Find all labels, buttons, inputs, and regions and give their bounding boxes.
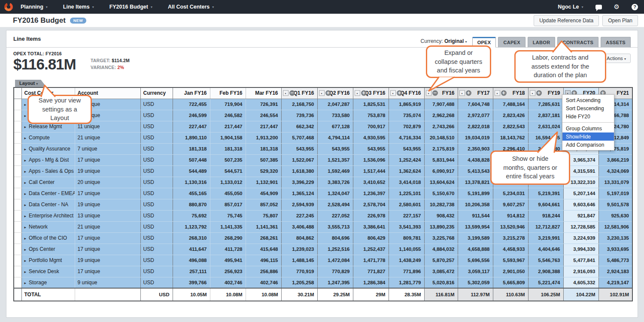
value-cell-fy16[interactable]: 5,150,670: [424, 188, 458, 199]
value-cell-fy16[interactable]: 10,282,738: [424, 199, 458, 210]
expand-icon[interactable]: +: [361, 90, 367, 96]
menu-item-hide-fy20[interactable]: Hide FY20: [562, 112, 614, 120]
value-cell-feb-fy16[interactable]: 181,318: [210, 143, 246, 154]
value-cell-jan-fy16[interactable]: 455,165: [173, 188, 210, 199]
value-cell-feb-fy16[interactable]: 507,235: [210, 154, 246, 166]
value-cell-fy19[interactable]: 5,219,391: [528, 188, 563, 199]
cost-center-cell[interactable]: ▸Storage: [21, 277, 75, 288]
row-expand-icon[interactable]: ▸: [24, 225, 27, 229]
nav-item-planning[interactable]: Planning▾: [21, 4, 48, 10]
account-cell[interactable]: 13 unique: [75, 210, 140, 221]
value-cell-fy16[interactable]: 5,831,944: [424, 154, 458, 166]
value-cell-q3-fy16[interactable]: 226,978: [353, 210, 389, 221]
row-expand-icon[interactable]: ▸: [24, 247, 27, 252]
column-dropdown-icon[interactable]: ▾: [319, 90, 325, 96]
currency-selector[interactable]: Currency: Original ▾: [421, 38, 467, 44]
value-cell-jan-fy16[interactable]: 181,318: [173, 143, 210, 154]
currency-cell[interactable]: USD: [140, 232, 173, 244]
column-header-mar-fy16[interactable]: Mar FY16: [246, 87, 281, 99]
cost-center-cell[interactable]: ▸Portfolio Mgmt: [21, 255, 75, 266]
row-handle[interactable]: [14, 188, 21, 199]
row-expand-icon[interactable]: ▸: [24, 203, 27, 207]
value-cell-fy18[interactable]: 2,822,543: [493, 121, 528, 132]
value-cell-q3-fy16[interactable]: 1,517,444: [353, 166, 389, 177]
value-cell-fy18[interactable]: 13,520,946: [493, 221, 528, 232]
value-cell-q2-fy16[interactable]: 770,829: [317, 266, 353, 277]
value-cell-fy17[interactable]: 13,378,821: [458, 177, 493, 188]
collapse-icon[interactable]: −: [432, 90, 438, 96]
value-cell-mar-fy16[interactable]: 529,320: [246, 166, 281, 177]
currency-cell[interactable]: USD: [140, 199, 173, 210]
value-cell-fy20[interactable]: 4,605,332: [563, 277, 598, 288]
value-cell-fy19[interactable]: 5,546,763: [528, 255, 563, 266]
account-cell[interactable]: 19 unique: [75, 255, 140, 266]
account-cell[interactable]: 21 unique: [75, 221, 140, 232]
update-reference-data-button[interactable]: Update Reference Data: [534, 15, 599, 26]
value-cell-mar-fy16[interactable]: 402,746: [246, 277, 281, 288]
value-cell-jan-fy16[interactable]: 257,111: [173, 266, 210, 277]
account-cell[interactable]: 9 unique: [75, 277, 140, 288]
value-cell-q4-fy16[interactable]: 3,414,018: [389, 177, 424, 188]
value-cell-feb-fy16[interactable]: 1,133,012: [210, 177, 246, 188]
column-header-fy18[interactable]: FY18▾+: [493, 87, 528, 99]
cost-center-cell[interactable]: ▸Data Center - EMEA: [21, 188, 75, 199]
account-cell[interactable]: 20 unique: [75, 177, 140, 188]
currency-cell[interactable]: USD: [140, 210, 173, 221]
collapse-icon[interactable]: −: [289, 90, 295, 96]
value-cell-q4-fy16[interactable]: 1,225,101: [389, 188, 424, 199]
value-cell-fy16[interactable]: 4,884,032: [424, 244, 458, 255]
expand-icon[interactable]: +: [501, 90, 507, 96]
row-expand-icon[interactable]: ▸: [24, 158, 27, 163]
value-cell-fy21[interactable]: 925,630: [598, 210, 632, 221]
value-cell-q1-fy16[interactable]: 2,168,750: [281, 99, 317, 110]
value-cell-q4-fy16[interactable]: 543,955: [389, 143, 424, 154]
value-cell-q1-fy16[interactable]: 770,919: [281, 266, 317, 277]
value-cell-q3-fy16[interactable]: 1,825,531: [353, 99, 389, 110]
value-cell-fy18[interactable]: 5,665,809: [493, 277, 528, 288]
row-expand-icon[interactable]: ▸: [24, 102, 27, 107]
value-cell-q2-fy16[interactable]: 3,383,726: [317, 177, 353, 188]
value-cell-fy19[interactable]: 4,404,646: [528, 244, 563, 255]
value-cell-feb-fy16[interactable]: 1,141,335: [210, 221, 246, 232]
row-handle[interactable]: [14, 132, 21, 143]
column-dropdown-icon[interactable]: ▾: [283, 90, 289, 96]
nav-item-all-cost-centers[interactable]: All Cost Centers▾: [168, 4, 214, 10]
value-cell-fy21[interactable]: 4,324,069: [598, 166, 632, 177]
row-handle[interactable]: [14, 121, 21, 132]
value-cell-q4-fy16[interactable]: 1,865,919: [389, 99, 424, 110]
value-cell-fy18[interactable]: 7,488,164: [493, 99, 528, 110]
value-cell-fy17[interactable]: 10,206,358: [458, 199, 493, 210]
value-cell-q4-fy16[interactable]: 702,879: [389, 121, 424, 132]
menu-item-add-comparison[interactable]: Add Comparison: [562, 141, 614, 149]
value-cell-jan-fy16[interactable]: 75,692: [173, 210, 210, 221]
currency-cell[interactable]: USD: [140, 266, 173, 277]
account-cell[interactable]: 21 unique: [75, 132, 140, 143]
value-cell-fy20[interactable]: 12,728,585: [563, 221, 598, 232]
cost-center-cell[interactable]: ▸Ops Center: [21, 244, 75, 255]
row-expand-icon[interactable]: ▸: [24, 270, 27, 274]
currency-cell[interactable]: USD: [140, 166, 173, 177]
cost-center-cell[interactable]: ▸Enterprise Architect: [21, 210, 75, 221]
value-cell-jan-fy16[interactable]: 246,599: [173, 110, 210, 121]
row-handle[interactable]: [14, 143, 21, 154]
row-handle[interactable]: [14, 166, 21, 177]
column-dropdown-icon[interactable]: ▾: [355, 90, 360, 96]
tab-capex[interactable]: CAPEX: [498, 37, 525, 48]
value-cell-q1-fy16[interactable]: 1,618,380: [281, 166, 317, 177]
row-expand-icon[interactable]: ▸: [24, 181, 27, 185]
value-cell-feb-fy16[interactable]: 402,746: [210, 277, 246, 288]
value-cell-mar-fy16[interactable]: 507,385: [246, 154, 281, 166]
chat-icon[interactable]: [595, 5, 602, 9]
column-header-fy17[interactable]: FY17▾+: [458, 87, 493, 99]
account-cell[interactable]: 17 unique: [75, 188, 140, 199]
value-cell-q3-fy16[interactable]: 771,827: [353, 266, 389, 277]
value-cell-fy18[interactable]: 2,901,050: [493, 266, 528, 277]
value-cell-mar-fy16[interactable]: 857,052: [246, 199, 281, 210]
value-cell-feb-fy16[interactable]: 544,571: [210, 166, 246, 177]
menu-item-show-hide-columns[interactable]: Show/Hide Columns: [562, 132, 614, 141]
value-cell-q4-fy16[interactable]: 227,157: [389, 210, 424, 221]
currency-cell[interactable]: USD: [140, 244, 173, 255]
row-expand-icon[interactable]: ▸: [24, 147, 27, 151]
cost-center-cell[interactable]: ▸Apps - Mfg & Dist: [21, 154, 75, 166]
column-header-q3-fy16[interactable]: Q3 FY16▾+: [353, 87, 389, 99]
